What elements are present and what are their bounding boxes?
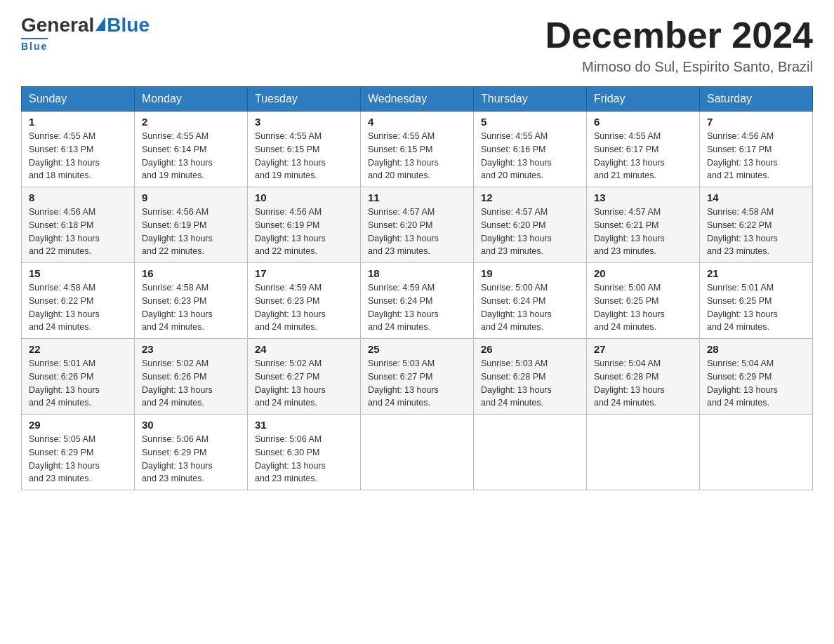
day-number: 16 bbox=[142, 267, 240, 279]
day-number: 6 bbox=[594, 116, 692, 128]
calendar-cell: 20 Sunrise: 5:00 AMSunset: 6:25 PMDaylig… bbox=[587, 263, 700, 339]
day-info: Sunrise: 5:06 AMSunset: 6:30 PMDaylight:… bbox=[255, 434, 326, 483]
day-number: 8 bbox=[29, 192, 127, 203]
week-row-4: 22 Sunrise: 5:01 AMSunset: 6:26 PMDaylig… bbox=[22, 339, 813, 415]
day-info: Sunrise: 5:05 AMSunset: 6:29 PMDaylight:… bbox=[29, 434, 100, 483]
calendar-cell: 12 Sunrise: 4:57 AMSunset: 6:20 PMDaylig… bbox=[474, 187, 587, 263]
day-info: Sunrise: 4:56 AMSunset: 6:18 PMDaylight:… bbox=[29, 207, 100, 256]
logo-general-text: General bbox=[21, 14, 94, 36]
day-info: Sunrise: 4:59 AMSunset: 6:24 PMDaylight:… bbox=[368, 283, 439, 332]
day-number: 27 bbox=[594, 343, 692, 355]
day-info: Sunrise: 4:55 AMSunset: 6:15 PMDaylight:… bbox=[368, 131, 439, 180]
calendar-cell: 22 Sunrise: 5:01 AMSunset: 6:26 PMDaylig… bbox=[22, 339, 135, 415]
day-info: Sunrise: 5:00 AMSunset: 6:25 PMDaylight:… bbox=[594, 283, 665, 332]
day-number: 30 bbox=[142, 419, 240, 431]
day-info: Sunrise: 5:03 AMSunset: 6:28 PMDaylight:… bbox=[481, 358, 552, 408]
calendar-cell: 9 Sunrise: 4:56 AMSunset: 6:19 PMDayligh… bbox=[135, 187, 248, 263]
calendar-cell: 10 Sunrise: 4:56 AMSunset: 6:19 PMDaylig… bbox=[248, 187, 361, 263]
day-number: 7 bbox=[707, 116, 805, 128]
header-monday: Monday bbox=[135, 87, 248, 112]
day-number: 19 bbox=[481, 267, 579, 279]
calendar-cell bbox=[361, 415, 474, 490]
day-number: 25 bbox=[368, 343, 466, 355]
subtitle: Mimoso do Sul, Espirito Santo, Brazil bbox=[545, 59, 813, 75]
calendar-cell: 23 Sunrise: 5:02 AMSunset: 6:26 PMDaylig… bbox=[135, 339, 248, 415]
calendar-cell: 2 Sunrise: 4:55 AMSunset: 6:14 PMDayligh… bbox=[135, 112, 248, 187]
header-thursday: Thursday bbox=[474, 87, 587, 112]
calendar-cell: 7 Sunrise: 4:56 AMSunset: 6:17 PMDayligh… bbox=[700, 112, 813, 187]
day-number: 11 bbox=[368, 192, 466, 203]
calendar-cell: 30 Sunrise: 5:06 AMSunset: 6:29 PMDaylig… bbox=[135, 415, 248, 490]
day-info: Sunrise: 4:56 AMSunset: 6:19 PMDaylight:… bbox=[142, 207, 213, 256]
day-number: 22 bbox=[29, 343, 127, 355]
day-number: 21 bbox=[707, 267, 805, 279]
day-info: Sunrise: 4:57 AMSunset: 6:20 PMDaylight:… bbox=[481, 207, 552, 256]
calendar-cell bbox=[700, 415, 813, 490]
calendar-cell bbox=[474, 415, 587, 490]
day-info: Sunrise: 4:55 AMSunset: 6:16 PMDaylight:… bbox=[481, 131, 552, 180]
day-info: Sunrise: 4:55 AMSunset: 6:17 PMDaylight:… bbox=[594, 131, 665, 180]
day-number: 9 bbox=[142, 192, 240, 203]
day-info: Sunrise: 4:57 AMSunset: 6:21 PMDaylight:… bbox=[594, 207, 665, 256]
header-wednesday: Wednesday bbox=[361, 87, 474, 112]
day-number: 18 bbox=[368, 267, 466, 279]
calendar-cell: 28 Sunrise: 5:04 AMSunset: 6:29 PMDaylig… bbox=[700, 339, 813, 415]
calendar-cell: 13 Sunrise: 4:57 AMSunset: 6:21 PMDaylig… bbox=[587, 187, 700, 263]
calendar-cell: 24 Sunrise: 5:02 AMSunset: 6:27 PMDaylig… bbox=[248, 339, 361, 415]
day-info: Sunrise: 5:01 AMSunset: 6:25 PMDaylight:… bbox=[707, 283, 778, 332]
calendar-cell: 27 Sunrise: 5:04 AMSunset: 6:28 PMDaylig… bbox=[587, 339, 700, 415]
day-info: Sunrise: 4:58 AMSunset: 6:22 PMDaylight:… bbox=[707, 207, 778, 256]
day-number: 28 bbox=[707, 343, 805, 355]
day-info: Sunrise: 4:58 AMSunset: 6:23 PMDaylight:… bbox=[142, 283, 213, 332]
day-number: 2 bbox=[142, 116, 240, 128]
calendar-cell: 29 Sunrise: 5:05 AMSunset: 6:29 PMDaylig… bbox=[22, 415, 135, 490]
calendar-cell: 14 Sunrise: 4:58 AMSunset: 6:22 PMDaylig… bbox=[700, 187, 813, 263]
day-info: Sunrise: 4:56 AMSunset: 6:17 PMDaylight:… bbox=[707, 131, 778, 180]
day-info: Sunrise: 4:59 AMSunset: 6:23 PMDaylight:… bbox=[255, 283, 326, 332]
calendar-cell: 4 Sunrise: 4:55 AMSunset: 6:15 PMDayligh… bbox=[361, 112, 474, 187]
day-number: 4 bbox=[368, 116, 466, 128]
calendar-cell: 1 Sunrise: 4:55 AMSunset: 6:13 PMDayligh… bbox=[22, 112, 135, 187]
logo: General Blue Blue bbox=[21, 14, 150, 52]
calendar-cell: 3 Sunrise: 4:55 AMSunset: 6:15 PMDayligh… bbox=[248, 112, 361, 187]
day-info: Sunrise: 4:55 AMSunset: 6:15 PMDaylight:… bbox=[255, 131, 326, 180]
calendar-table: Sunday Monday Tuesday Wednesday Thursday… bbox=[21, 86, 813, 490]
day-info: Sunrise: 5:03 AMSunset: 6:27 PMDaylight:… bbox=[368, 358, 439, 408]
header-row: Sunday Monday Tuesday Wednesday Thursday… bbox=[22, 87, 813, 112]
calendar-cell: 15 Sunrise: 4:58 AMSunset: 6:22 PMDaylig… bbox=[22, 263, 135, 339]
calendar-cell: 5 Sunrise: 4:55 AMSunset: 6:16 PMDayligh… bbox=[474, 112, 587, 187]
day-number: 23 bbox=[142, 343, 240, 355]
calendar-cell: 31 Sunrise: 5:06 AMSunset: 6:30 PMDaylig… bbox=[248, 415, 361, 490]
day-number: 26 bbox=[481, 343, 579, 355]
calendar-cell: 26 Sunrise: 5:03 AMSunset: 6:28 PMDaylig… bbox=[474, 339, 587, 415]
logo-triangle-icon bbox=[95, 17, 105, 31]
day-number: 15 bbox=[29, 267, 127, 279]
day-number: 24 bbox=[255, 343, 353, 355]
day-number: 3 bbox=[255, 116, 353, 128]
header-tuesday: Tuesday bbox=[248, 87, 361, 112]
header-sunday: Sunday bbox=[22, 87, 135, 112]
header: General Blue Blue December 2024 Mimoso d… bbox=[21, 14, 813, 75]
week-row-3: 15 Sunrise: 4:58 AMSunset: 6:22 PMDaylig… bbox=[22, 263, 813, 339]
day-number: 31 bbox=[255, 419, 353, 431]
day-info: Sunrise: 5:01 AMSunset: 6:26 PMDaylight:… bbox=[29, 358, 100, 408]
day-info: Sunrise: 4:55 AMSunset: 6:13 PMDaylight:… bbox=[29, 131, 100, 180]
day-info: Sunrise: 5:04 AMSunset: 6:28 PMDaylight:… bbox=[594, 358, 665, 408]
day-info: Sunrise: 4:56 AMSunset: 6:19 PMDaylight:… bbox=[255, 207, 326, 256]
week-row-5: 29 Sunrise: 5:05 AMSunset: 6:29 PMDaylig… bbox=[22, 415, 813, 490]
day-info: Sunrise: 5:04 AMSunset: 6:29 PMDaylight:… bbox=[707, 358, 778, 408]
header-friday: Friday bbox=[587, 87, 700, 112]
logo-blue-text: Blue bbox=[107, 14, 150, 36]
logo-underline: Blue bbox=[21, 38, 48, 52]
day-number: 29 bbox=[29, 419, 127, 431]
day-info: Sunrise: 5:02 AMSunset: 6:26 PMDaylight:… bbox=[142, 358, 213, 408]
day-number: 13 bbox=[594, 192, 692, 203]
day-number: 17 bbox=[255, 267, 353, 279]
calendar-cell: 16 Sunrise: 4:58 AMSunset: 6:23 PMDaylig… bbox=[135, 263, 248, 339]
main-title: December 2024 bbox=[545, 14, 813, 56]
calendar-cell: 19 Sunrise: 5:00 AMSunset: 6:24 PMDaylig… bbox=[474, 263, 587, 339]
title-area: December 2024 Mimoso do Sul, Espirito Sa… bbox=[545, 14, 813, 75]
week-row-2: 8 Sunrise: 4:56 AMSunset: 6:18 PMDayligh… bbox=[22, 187, 813, 263]
day-number: 20 bbox=[594, 267, 692, 279]
day-number: 10 bbox=[255, 192, 353, 203]
